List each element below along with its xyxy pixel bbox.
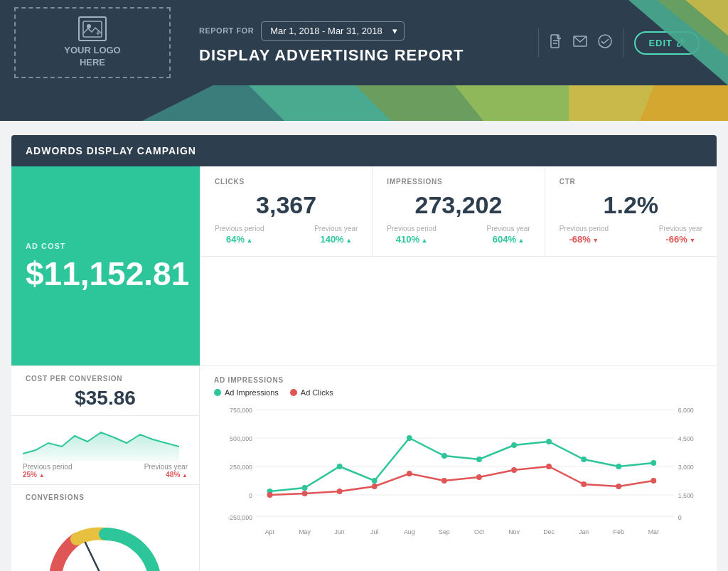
edit-button[interactable]: EDIT bbox=[634, 31, 700, 55]
svg-text:Jun: Jun bbox=[335, 528, 345, 535]
svg-text:Mar: Mar bbox=[648, 528, 659, 535]
svg-point-47 bbox=[511, 442, 517, 448]
legend-ad-impressions: Ad Impressions bbox=[214, 388, 279, 397]
svg-point-50 bbox=[616, 464, 621, 469]
mid-row: COST PER CONVERSION $35.86 bbox=[11, 365, 717, 571]
ad-impressions-label: AD IMPRESSIONS bbox=[214, 376, 702, 384]
svg-point-52 bbox=[267, 492, 273, 498]
file-icon[interactable] bbox=[550, 34, 562, 52]
logo-icon: + bbox=[78, 16, 107, 41]
clicks-card: CLICKS 3,367 Previous period 64% Previou… bbox=[200, 166, 372, 257]
svg-point-46 bbox=[476, 457, 482, 462]
check-circle-icon[interactable] bbox=[598, 34, 612, 52]
svg-point-54 bbox=[337, 489, 343, 494]
campaign-header: ADWORDS DISPLAY CAMPAIGN bbox=[11, 135, 717, 166]
legend-ad-clicks: Ad Clicks bbox=[290, 388, 333, 397]
impressions-card: IMPRESSIONS 273,202 Previous period 410%… bbox=[372, 166, 544, 257]
svg-text:Aug: Aug bbox=[404, 528, 415, 535]
svg-text:6,000: 6,000 bbox=[678, 407, 694, 414]
ctr-value: 1.2% bbox=[560, 191, 702, 219]
svg-text:250,000: 250,000 bbox=[230, 464, 252, 471]
svg-point-62 bbox=[616, 484, 621, 489]
ad-cost-card: AD COST $11,152.81 bbox=[11, 166, 200, 365]
main-content: ADWORDS DISPLAY CAMPAIGN AD COST $11,152… bbox=[0, 121, 728, 571]
svg-point-51 bbox=[651, 460, 656, 466]
svg-text:1,500: 1,500 bbox=[678, 492, 694, 499]
svg-text:Nov: Nov bbox=[508, 528, 520, 535]
sparkline-prev-year-val: 48% ▲ bbox=[166, 471, 188, 479]
sparkline-prev-period-val: 25% ▲ bbox=[23, 471, 45, 479]
mail-icon[interactable] bbox=[573, 36, 587, 50]
left-col: COST PER CONVERSION $35.86 bbox=[11, 366, 200, 571]
campaign-section: ADWORDS DISPLAY CAMPAIGN AD COST $11,152… bbox=[11, 135, 717, 571]
ctr-prev-year-val: -66% bbox=[666, 234, 696, 245]
impressions-prev-period-val: 410% bbox=[396, 234, 428, 245]
impressions-value: 273,202 bbox=[387, 191, 530, 219]
header-center: REPORT FOR Mar 1, 2018 - Mar 31, 2018 DI… bbox=[171, 21, 538, 65]
report-for-row: REPORT FOR Mar 1, 2018 - Mar 31, 2018 bbox=[199, 21, 510, 41]
svg-marker-18 bbox=[640, 85, 728, 121]
chart-legend: Ad Impressions Ad Clicks bbox=[214, 388, 702, 397]
sparkline-svg bbox=[23, 422, 179, 461]
impressions-label: IMPRESSIONS bbox=[387, 178, 530, 186]
svg-text:4,500: 4,500 bbox=[678, 435, 694, 442]
clicks-value: 3,367 bbox=[215, 191, 358, 219]
svg-point-58 bbox=[476, 474, 482, 480]
svg-line-8 bbox=[681, 41, 683, 43]
svg-point-49 bbox=[581, 457, 587, 462]
svg-text:+: + bbox=[96, 29, 100, 37]
svg-text:Jan: Jan bbox=[579, 528, 589, 535]
svg-text:500,000: 500,000 bbox=[230, 435, 252, 442]
conversions-label: CONVERSIONS bbox=[26, 493, 185, 501]
ad-impressions-card: AD IMPRESSIONS Ad Impressions Ad Clicks bbox=[200, 366, 717, 571]
svg-point-61 bbox=[581, 481, 587, 487]
logo-text-line2: HERE bbox=[80, 57, 105, 69]
cost-per-conv-card: COST PER CONVERSION $35.86 bbox=[11, 366, 199, 416]
svg-text:Jul: Jul bbox=[370, 528, 378, 535]
clicks-prev-period-label: Previous period bbox=[215, 225, 264, 233]
cost-per-conv-value: $35.86 bbox=[26, 387, 185, 410]
svg-text:750,000: 750,000 bbox=[230, 407, 252, 414]
svg-point-48 bbox=[546, 439, 552, 444]
svg-point-55 bbox=[372, 484, 378, 489]
svg-line-19 bbox=[85, 543, 105, 571]
svg-point-42 bbox=[337, 464, 343, 469]
chart-svg: 750,000 500,000 250,000 0 -250,000 6,000… bbox=[214, 402, 702, 545]
chart-area: 750,000 500,000 250,000 0 -250,000 6,000… bbox=[214, 402, 702, 545]
ad-cost-label: AD COST bbox=[26, 242, 186, 250]
clicks-prev-period-val: 64% bbox=[226, 234, 252, 245]
date-dropdown-wrap[interactable]: Mar 1, 2018 - Mar 31, 2018 bbox=[261, 21, 405, 41]
clicks-label: CLICKS bbox=[215, 178, 358, 186]
svg-point-56 bbox=[407, 471, 412, 476]
svg-text:Sep: Sep bbox=[439, 528, 450, 535]
cost-per-conv-label: COST PER CONVERSION bbox=[26, 375, 185, 383]
svg-point-43 bbox=[372, 478, 378, 484]
svg-text:Feb: Feb bbox=[614, 528, 624, 535]
svg-text:3,000: 3,000 bbox=[678, 464, 694, 471]
svg-text:0: 0 bbox=[678, 514, 682, 521]
svg-text:Oct: Oct bbox=[474, 528, 484, 535]
logo-text-line1: YOUR LOGO bbox=[64, 45, 120, 57]
svg-point-7 bbox=[599, 35, 611, 48]
ad-cost-value: $11,152.81 bbox=[26, 257, 186, 290]
svg-point-57 bbox=[441, 478, 447, 484]
svg-point-53 bbox=[302, 491, 308, 496]
header-actions: EDIT bbox=[538, 28, 714, 57]
svg-point-44 bbox=[407, 435, 412, 441]
svg-text:Apr: Apr bbox=[265, 528, 275, 535]
header: + YOUR LOGO HERE REPORT FOR Mar 1, 2018 … bbox=[0, 0, 728, 85]
top-stats-grid: AD COST $11,152.81 CLICKS 3,367 Previous… bbox=[11, 166, 717, 365]
legend-dot-impressions bbox=[214, 389, 221, 396]
ctr-label: CTR bbox=[560, 178, 702, 186]
svg-point-41 bbox=[302, 485, 308, 491]
clicks-prev-year-label: Previous year bbox=[314, 225, 358, 233]
ctr-card: CTR 1.2% Previous period -68% Previous y… bbox=[545, 166, 717, 257]
sparkline-card: Previous period 25% ▲ Previous year 48% … bbox=[11, 416, 199, 485]
impressions-prev-year-val: 604% bbox=[493, 234, 525, 245]
color-strip bbox=[0, 85, 728, 121]
report-for-label: REPORT FOR bbox=[199, 26, 254, 35]
date-range-select[interactable]: Mar 1, 2018 - Mar 31, 2018 bbox=[261, 21, 405, 41]
ctr-prev-period-val: -68% bbox=[569, 234, 599, 245]
svg-point-60 bbox=[546, 464, 552, 469]
gauge-svg: 0 442 311 bbox=[34, 513, 176, 571]
